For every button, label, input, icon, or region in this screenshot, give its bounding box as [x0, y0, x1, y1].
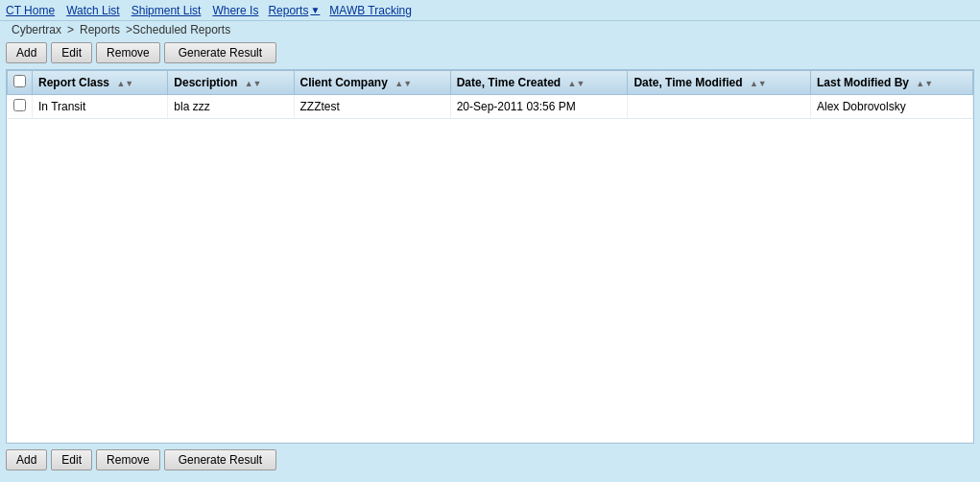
client-company-header[interactable]: Client Company ▲▼ — [294, 71, 450, 95]
description-header[interactable]: Description ▲▼ — [168, 71, 294, 95]
add-button-bottom[interactable]: Add — [6, 449, 47, 470]
row-checkbox-cell[interactable] — [8, 95, 33, 119]
table-container: Report Class ▲▼ Description ▲▼ Client Co… — [6, 69, 974, 444]
breadcrumb-reports[interactable]: Reports — [74, 21, 126, 38]
date-created-header[interactable]: Date, Time Created ▲▼ — [450, 71, 628, 95]
sort-arrows-description: ▲▼ — [245, 79, 262, 88]
select-all-col[interactable] — [8, 71, 33, 95]
row-date-modified — [628, 95, 811, 119]
remove-button-bottom[interactable]: Remove — [96, 449, 160, 470]
table-row[interactable]: In Transit bla zzz ZZZtest 20-Sep-2011 0… — [8, 95, 973, 119]
nav-link-mawb-tracking[interactable]: MAWB Tracking — [323, 2, 418, 19]
nav-link-where-is[interactable]: Where Is — [206, 2, 264, 19]
table-header-row: Report Class ▲▼ Description ▲▼ Client Co… — [8, 71, 973, 95]
breadcrumb-sep-2: > — [126, 23, 132, 36]
row-date-created: 20-Sep-2011 03:56 PM — [450, 95, 628, 119]
remove-button-top[interactable]: Remove — [96, 42, 160, 63]
scheduled-reports-table: Report Class ▲▼ Description ▲▼ Client Co… — [7, 70, 973, 119]
breadcrumb-scheduled-reports: Scheduled Reports — [132, 23, 230, 36]
row-checkbox-0[interactable] — [13, 99, 26, 111]
breadcrumb-cybertrax[interactable]: Cybertrax — [6, 21, 67, 38]
breadcrumb-sep-1: > — [67, 23, 74, 36]
edit-button-bottom[interactable]: Edit — [51, 449, 92, 470]
report-class-header[interactable]: Report Class ▲▼ — [33, 71, 168, 95]
add-button-top[interactable]: Add — [6, 42, 47, 63]
breadcrumb: Cybertrax > Reports > Scheduled Reports — [0, 21, 980, 38]
row-client-company: ZZZtest — [294, 95, 450, 119]
sort-arrows-last-modified: ▲▼ — [916, 79, 933, 88]
row-last-modified-by: Alex Dobrovolsky — [810, 95, 972, 119]
nav-link-shipment-list[interactable]: Shipment List — [126, 2, 207, 19]
top-toolbar: Add Edit Remove Generate Result — [6, 42, 974, 63]
generate-button-bottom[interactable]: Generate Result — [164, 449, 276, 470]
sort-arrows-date-created: ▲▼ — [568, 79, 586, 88]
nav-link-watch-list[interactable]: Watch List — [60, 2, 126, 19]
top-nav-bar: CT Home Watch List Shipment List Where I… — [0, 0, 980, 21]
bottom-toolbar: Add Edit Remove Generate Result — [6, 449, 974, 470]
nav-link-ct-home[interactable]: CT Home — [0, 2, 60, 19]
reports-dropdown-arrow: ▼ — [310, 5, 320, 15]
last-modified-by-header[interactable]: Last Modified By ▲▼ — [810, 71, 972, 95]
select-all-checkbox[interactable] — [13, 75, 26, 87]
sort-arrows-client-company: ▲▼ — [394, 79, 412, 88]
nav-link-reports[interactable]: Reports ▼ — [264, 2, 323, 19]
row-report-class: In Transit — [33, 95, 168, 119]
sort-arrows-date-modified: ▲▼ — [750, 79, 767, 88]
edit-button-top[interactable]: Edit — [51, 42, 92, 63]
date-modified-header[interactable]: Date, Time Modified ▲▼ — [628, 71, 811, 95]
main-content: Add Edit Remove Generate Result Report C… — [0, 38, 980, 474]
row-description: bla zzz — [168, 95, 294, 119]
sort-arrows-report-class: ▲▼ — [116, 79, 133, 88]
generate-button-top[interactable]: Generate Result — [164, 42, 276, 63]
